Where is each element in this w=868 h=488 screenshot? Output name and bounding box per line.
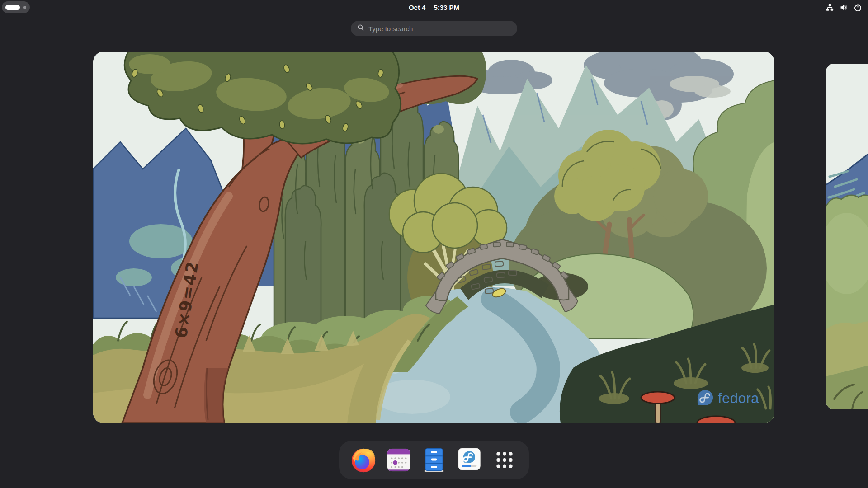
clock-time: 5:33 PM bbox=[434, 4, 459, 11]
dock-calendar-button[interactable] bbox=[384, 446, 413, 474]
top-bar: Oct 4 5:33 PM bbox=[0, 0, 868, 14]
dock-firefox-button[interactable] bbox=[349, 446, 378, 474]
workspace-preview-next[interactable] bbox=[826, 64, 868, 409]
fedora-installer-icon bbox=[455, 446, 483, 474]
workspace-preview-main[interactable]: 6×9=42 bbox=[93, 52, 774, 423]
search-bar bbox=[351, 21, 517, 36]
fedora-logo-icon bbox=[697, 389, 714, 408]
wallpaper-art-partial bbox=[826, 64, 868, 409]
firefox-icon bbox=[349, 446, 377, 474]
clock-date: Oct 4 bbox=[409, 4, 426, 11]
network-wired-icon[interactable] bbox=[826, 4, 834, 11]
volume-high-icon[interactable] bbox=[840, 4, 848, 11]
files-icon bbox=[420, 446, 448, 474]
power-icon[interactable] bbox=[854, 4, 862, 11]
dock-fedora-installer-button[interactable] bbox=[455, 446, 484, 474]
app-grid-icon bbox=[491, 446, 519, 474]
dock-app-grid-button[interactable] bbox=[490, 446, 519, 474]
system-status-area[interactable] bbox=[826, 0, 862, 14]
workspace-dot[interactable] bbox=[23, 6, 26, 9]
workspace-indicator[interactable] bbox=[2, 1, 30, 13]
search-icon bbox=[357, 24, 364, 33]
dash-dock bbox=[339, 441, 529, 479]
gnome-activities-overview: { "topbar": { "date": "Oct 4", "time": "… bbox=[0, 0, 868, 488]
fedora-watermark: fedora bbox=[697, 389, 759, 408]
clock[interactable]: Oct 4 5:33 PM bbox=[409, 0, 459, 14]
calendar-icon bbox=[385, 446, 413, 474]
workspace-active-pill[interactable] bbox=[5, 5, 20, 10]
fedora-wordmark: fedora bbox=[718, 390, 759, 407]
search-input[interactable] bbox=[368, 25, 511, 33]
dock-files-button[interactable] bbox=[420, 446, 448, 474]
wallpaper-art: 6×9=42 bbox=[93, 52, 774, 423]
